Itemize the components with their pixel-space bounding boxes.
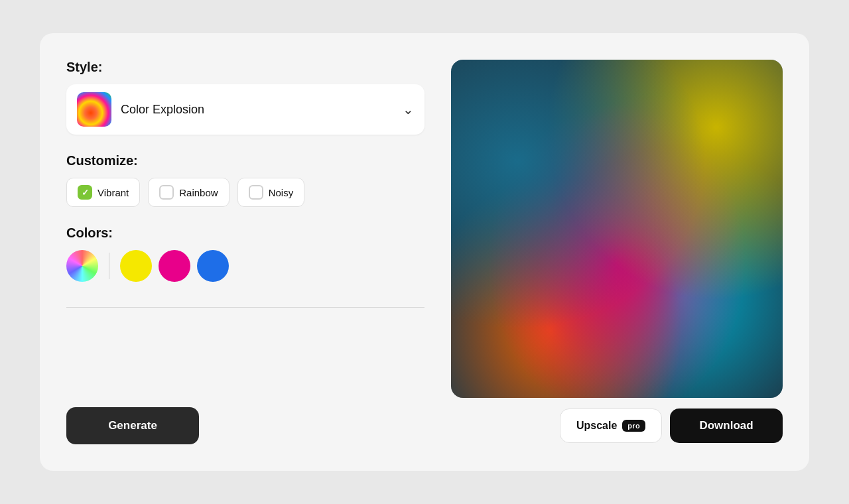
image-preview — [451, 60, 783, 398]
checkmark-vibrant: ✓ — [82, 188, 89, 198]
checkbox-label-vibrant: Vibrant — [98, 187, 129, 198]
upscale-label: Upscale — [576, 420, 617, 432]
bottom-actions: Upscale pro Download — [560, 409, 783, 443]
section-divider — [66, 307, 424, 308]
checkbox-noisy[interactable]: Noisy — [237, 178, 305, 207]
left-panel: Style: Color Explosion ⌄ Customize: ✓ Vi… — [66, 60, 424, 444]
color-swatch-yellow[interactable] — [120, 250, 152, 282]
style-dropdown-left: Color Explosion — [77, 92, 204, 127]
color-divider — [109, 253, 109, 279]
right-panel: Upscale pro Download — [451, 60, 783, 444]
customize-label: Customize: — [66, 153, 424, 168]
checkbox-box-vibrant: ✓ — [78, 185, 92, 200]
style-thumbnail-image — [77, 92, 111, 127]
checkbox-box-noisy — [249, 185, 263, 200]
colors-row — [66, 250, 424, 282]
image-canvas — [451, 60, 783, 398]
color-wheel-picker[interactable] — [66, 250, 98, 282]
checkbox-rainbow[interactable]: Rainbow — [148, 178, 229, 207]
download-button[interactable]: Download — [670, 409, 783, 443]
colors-section: Colors: — [66, 225, 424, 282]
checkbox-box-rainbow — [159, 185, 174, 200]
pro-badge: pro — [622, 420, 645, 432]
checkbox-label-rainbow: Rainbow — [179, 187, 218, 198]
main-card: Style: Color Explosion ⌄ Customize: ✓ Vi… — [40, 33, 809, 471]
color-swatch-blue[interactable] — [197, 250, 229, 282]
upscale-button[interactable]: Upscale pro — [560, 409, 662, 443]
color-swatch-magenta[interactable] — [159, 250, 190, 282]
checkbox-label-noisy: Noisy — [269, 187, 294, 198]
style-dropdown[interactable]: Color Explosion ⌄ — [66, 84, 424, 135]
checkbox-row: ✓ Vibrant Rainbow Noisy — [66, 178, 424, 207]
checkbox-vibrant[interactable]: ✓ Vibrant — [66, 178, 140, 207]
customize-section: Customize: ✓ Vibrant Rainbow Noisy — [66, 153, 424, 207]
style-name: Color Explosion — [121, 103, 204, 117]
colors-label: Colors: — [66, 225, 424, 241]
style-label: Style: — [66, 60, 424, 75]
style-thumbnail — [77, 92, 111, 127]
generate-button[interactable]: Generate — [66, 407, 199, 444]
chevron-down-icon: ⌄ — [403, 101, 414, 117]
